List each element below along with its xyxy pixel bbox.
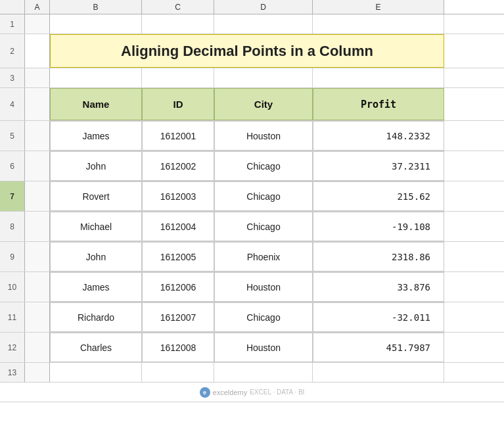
cell-name-10[interactable]: James (50, 272, 142, 302)
row-num-10: 10 (0, 272, 25, 302)
cell-a7[interactable] (25, 181, 50, 211)
row-num-2: 2 (0, 34, 25, 68)
row-6: 6 John 1612002 Chicago 37.2311 (0, 151, 504, 181)
watermark: e exceldemy EXCEL · DATA · BI (200, 387, 305, 398)
cell-name-8[interactable]: Michael (50, 212, 142, 241)
cell-name-6[interactable]: John (50, 151, 142, 181)
cell-name-11[interactable]: Richardo (50, 302, 142, 332)
cell-city-10[interactable]: Houston (214, 272, 313, 302)
cell-a2[interactable] (25, 34, 50, 68)
cell-a9[interactable] (25, 242, 50, 271)
cell-profit-9[interactable]: 2318.86 (313, 242, 444, 271)
cell-a12[interactable] (25, 333, 50, 362)
cell-city-5[interactable]: Houston (214, 121, 313, 151)
cell-a3[interactable] (25, 68, 50, 87)
watermark-row: e exceldemy EXCEL · DATA · BI (0, 383, 504, 402)
cell-name-9[interactable]: John (50, 242, 142, 271)
row-13: 13 (0, 363, 504, 383)
row-9: 9 John 1612005 Phoenix 2318.86 (0, 242, 504, 272)
row-num-4: 4 (0, 88, 25, 120)
cell-b1[interactable] (50, 14, 142, 34)
watermark-text: exceldemy (213, 388, 248, 396)
row-num-3: 3 (0, 68, 25, 87)
row-num-1: 1 (0, 14, 25, 34)
row-num-5: 5 (0, 121, 25, 151)
row-num-13: 13 (0, 363, 25, 382)
cell-name-7[interactable]: Rovert (50, 181, 142, 211)
row-11: 11 Richardo 1612007 Chicago -32.011 (0, 302, 504, 333)
cell-city-11[interactable]: Chicago (214, 302, 313, 332)
row-12: 12 Charles 1612008 Houston 451.7987 (0, 333, 504, 363)
cell-e13[interactable] (313, 363, 444, 382)
cell-b13[interactable] (50, 363, 142, 382)
row-num-7: 7 (0, 181, 25, 211)
cell-a10[interactable] (25, 272, 50, 302)
cell-profit-11[interactable]: -32.011 (313, 302, 444, 332)
cell-d13[interactable] (214, 363, 313, 382)
row-10: 10 James 1612006 Houston 33.876 (0, 272, 504, 302)
row-2: 2 Aligning Decimal Points in a Column (0, 34, 504, 68)
cell-city-7[interactable]: Chicago (214, 181, 313, 211)
spreadsheet-title: Aligning Decimal Points in a Column (121, 43, 373, 60)
data-rows-container: 5 James 1612001 Houston 148.2332 6 John … (0, 121, 504, 363)
cell-city-12[interactable]: Houston (214, 333, 313, 362)
col-header-c[interactable]: C (142, 0, 214, 14)
cell-id-9[interactable]: 1612005 (142, 242, 214, 271)
row-1: 1 (0, 14, 504, 34)
cell-id-7[interactable]: 1612003 (142, 181, 214, 211)
cell-name-12[interactable]: Charles (50, 333, 142, 362)
row-num-12: 12 (0, 333, 25, 362)
row-4: 4 Name ID City Profit (0, 88, 504, 121)
cell-profit-6[interactable]: 37.2311 (313, 151, 444, 181)
cell-c3[interactable] (142, 68, 214, 87)
cell-id-6[interactable]: 1612002 (142, 151, 214, 181)
row-8: 8 Michael 1612004 Chicago -19.108 (0, 212, 504, 242)
cell-d1[interactable] (214, 14, 313, 34)
cell-a6[interactable] (25, 151, 50, 181)
watermark-subtitle: EXCEL · DATA · BI (250, 388, 304, 396)
watermark-icon: e (200, 387, 210, 398)
cell-profit-5[interactable]: 148.2332 (313, 121, 444, 151)
cell-d3[interactable] (214, 68, 313, 87)
header-city: City (214, 88, 313, 120)
cell-a11[interactable] (25, 302, 50, 332)
cell-id-12[interactable]: 1612008 (142, 333, 214, 362)
cell-name-5[interactable]: James (50, 121, 142, 151)
row-num-6: 6 (0, 151, 25, 181)
row-num-9: 9 (0, 242, 25, 271)
title-cell-merged: Aligning Decimal Points in a Column (50, 34, 444, 68)
cell-a4[interactable] (25, 88, 50, 120)
cell-profit-7[interactable]: 215.62 (313, 181, 444, 211)
cell-id-8[interactable]: 1612004 (142, 212, 214, 241)
col-header-b[interactable]: B (50, 0, 142, 14)
cell-e3[interactable] (313, 68, 444, 87)
row-7: 7 Rovert 1612003 Chicago 215.62 (0, 181, 504, 212)
cell-profit-10[interactable]: 33.876 (313, 272, 444, 302)
cell-id-5[interactable]: 1612001 (142, 121, 214, 151)
cell-a1[interactable] (25, 14, 50, 34)
header-name: Name (50, 88, 142, 120)
row-5: 5 James 1612001 Houston 148.2332 (0, 121, 504, 151)
cell-a8[interactable] (25, 212, 50, 241)
cell-city-8[interactable]: Chicago (214, 212, 313, 241)
cell-c13[interactable] (142, 363, 214, 382)
cell-a13[interactable] (25, 363, 50, 382)
cell-profit-8[interactable]: -19.108 (313, 212, 444, 241)
cell-b3[interactable] (50, 68, 142, 87)
cell-c1[interactable] (142, 14, 214, 34)
row-num-header (0, 0, 25, 14)
cell-city-9[interactable]: Phoenix (214, 242, 313, 271)
cell-city-6[interactable]: Chicago (214, 151, 313, 181)
header-id: ID (142, 88, 214, 120)
header-profit: Profit (313, 88, 444, 120)
cell-e1[interactable] (313, 14, 444, 34)
col-header-e[interactable]: E (313, 0, 444, 14)
cell-id-11[interactable]: 1612007 (142, 302, 214, 332)
col-header-d[interactable]: D (214, 0, 313, 14)
row-3: 3 (0, 68, 504, 88)
col-header-a[interactable]: A (25, 0, 50, 14)
cell-a5[interactable] (25, 121, 50, 151)
cell-profit-12[interactable]: 451.7987 (313, 333, 444, 362)
spreadsheet: A B C D E 1 2 Aligning Decimal Points in… (0, 0, 504, 422)
cell-id-10[interactable]: 1612006 (142, 272, 214, 302)
